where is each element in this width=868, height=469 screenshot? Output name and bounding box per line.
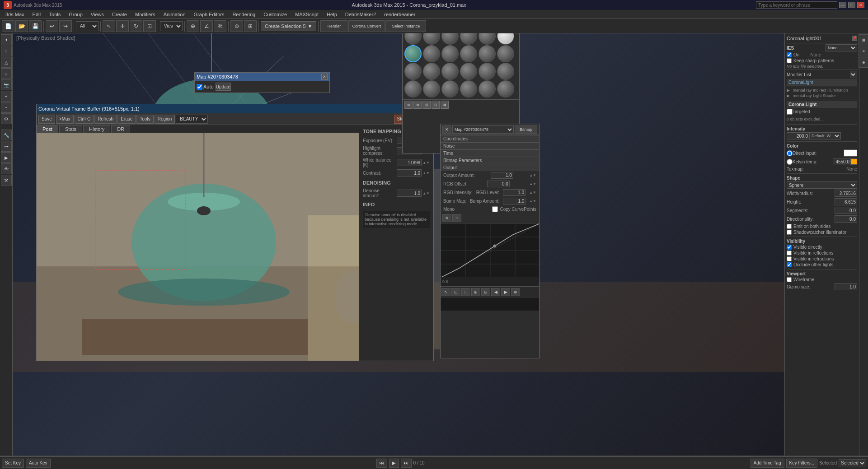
me-bt-3[interactable]: □ xyxy=(461,288,470,296)
status-prev-frame-btn[interactable]: ⏮ xyxy=(376,459,387,468)
map-auto-checkbox[interactable] xyxy=(197,84,202,90)
menu-modifiers[interactable]: Modifiers xyxy=(131,11,159,18)
me-copy-curve-checkbox[interactable] xyxy=(492,206,498,212)
cl-kelvin-input[interactable] xyxy=(833,158,851,165)
cl-modifier-dropdown-btn[interactable]: ▼ xyxy=(850,71,857,78)
cl-targeted-checkbox[interactable] xyxy=(787,109,793,115)
me-rgb-level-input[interactable] xyxy=(503,189,525,196)
map-panel-titlebar[interactable]: Map #2070303478 ✕ xyxy=(195,73,329,81)
menu-3dsmax[interactable]: 3ds Max xyxy=(2,11,28,18)
cl-intensity-input[interactable] xyxy=(787,132,809,139)
tool-camera[interactable]: 📷 xyxy=(1,79,12,90)
tool-create[interactable]: ✦ xyxy=(1,34,12,45)
mat-ball-14[interactable] xyxy=(423,63,440,80)
toolbar-align[interactable]: ⊞ xyxy=(244,20,257,32)
cl-shape-dropdown[interactable]: Sphere xyxy=(787,181,857,189)
map-panel-close[interactable]: ✕ xyxy=(321,74,328,80)
mat-ball-20[interactable] xyxy=(423,80,440,98)
me-rgb-offset-spinner[interactable]: ▲▼ xyxy=(529,182,536,186)
vfb-tab-stats[interactable]: Stats xyxy=(59,125,82,133)
menu-customize[interactable]: Customize xyxy=(260,11,291,18)
cl-height-input[interactable] xyxy=(835,198,857,205)
me-close-btn[interactable]: ✕ xyxy=(442,125,451,134)
vfb-tab-post[interactable]: Post xyxy=(37,125,58,133)
cl-visible-directly-checkbox[interactable] xyxy=(787,245,792,250)
tool-system[interactable]: ⚙ xyxy=(1,113,12,124)
vfb-tomax-btn[interactable]: >Max xyxy=(56,115,74,124)
toolbar-mirror[interactable]: ⊜ xyxy=(230,20,243,32)
menu-maxscript[interactable]: MAXScript xyxy=(291,11,322,18)
me-bump-amount-spinner[interactable]: ▲▼ xyxy=(529,199,536,203)
status-set-key-btn[interactable]: Set Key xyxy=(2,459,24,468)
menu-views[interactable]: Views xyxy=(87,11,108,18)
cl-keep-sharp-checkbox[interactable] xyxy=(787,58,792,63)
toolbar-save[interactable]: 💾 xyxy=(29,20,42,32)
me-bt-5[interactable]: ⊟ xyxy=(481,288,490,296)
tool-helper[interactable]: + xyxy=(1,91,12,102)
cl-corona-light-modifier[interactable]: CoronaLight xyxy=(787,79,857,86)
mat-ball-22[interactable] xyxy=(460,80,477,98)
mat-tool-3[interactable]: ⊞ xyxy=(422,101,431,109)
mat-ball-18[interactable] xyxy=(497,63,514,80)
me-output-amount-spinner[interactable]: ▲▼ xyxy=(529,173,536,177)
create-selection-button[interactable]: Create Selection 5 ▼ xyxy=(261,21,316,31)
cl-width-input[interactable] xyxy=(835,190,857,197)
tool-modify[interactable]: 🔧 xyxy=(1,130,12,140)
me-bt-8[interactable]: ⊕ xyxy=(511,288,520,296)
mat-ball-12[interactable] xyxy=(497,45,514,62)
status-play-btn[interactable]: ▶ xyxy=(389,459,399,468)
mat-tool-5[interactable]: ⊠ xyxy=(441,101,449,109)
me-curve-reset-btn[interactable]: ✕ xyxy=(442,214,451,222)
vfb-tab-dr[interactable]: DR xyxy=(111,125,130,133)
cl-on-checkbox[interactable] xyxy=(787,52,792,57)
toolbar-percent-snap[interactable]: % xyxy=(214,20,226,32)
vfb-refresh-btn[interactable]: Refresh xyxy=(94,115,117,124)
mat-ball-23[interactable] xyxy=(479,80,496,98)
maximize-button[interactable]: □ xyxy=(848,2,855,8)
me-bt-7[interactable]: ▶ xyxy=(501,288,510,296)
mat-ball-13[interactable] xyxy=(404,63,422,80)
vfb-tools-btn[interactable]: Tools xyxy=(136,115,153,124)
cl-shadowcatcher-checkbox[interactable] xyxy=(787,230,792,235)
me-output-amount-input[interactable] xyxy=(491,172,513,179)
menu-edit[interactable]: Edit xyxy=(29,11,45,18)
vfb-erase-btn[interactable]: Erase xyxy=(117,115,136,124)
mat-ball-17[interactable] xyxy=(479,63,496,80)
toolbar-render[interactable]: Render xyxy=(320,20,347,32)
toolbar-snaps[interactable]: ⊕ xyxy=(187,20,199,32)
mat-tool-1[interactable]: ⊕ xyxy=(404,101,413,109)
me-bt-1[interactable]: ↖ xyxy=(441,288,450,296)
mat-ball-21[interactable] xyxy=(441,80,459,98)
right-tool-1[interactable]: ▦ xyxy=(859,34,868,45)
mat-tool-2[interactable]: ⊗ xyxy=(413,101,422,109)
toolbar-undo[interactable]: ↩ xyxy=(46,20,58,32)
mat-ball-9[interactable] xyxy=(441,45,459,62)
cl-directionality-input[interactable] xyxy=(835,215,857,223)
menu-create[interactable]: Create xyxy=(108,11,131,18)
me-bt-6[interactable]: ◀ xyxy=(491,288,500,296)
me-bump-amount-input[interactable] xyxy=(503,198,525,204)
tool-hierarchy[interactable]: ⊶ xyxy=(1,141,12,152)
status-add-time-tag-btn[interactable]: Add Time Tag xyxy=(751,459,784,468)
vfb-save-btn[interactable]: Save xyxy=(38,115,55,124)
cl-default-w-dropdown[interactable]: Default: W xyxy=(809,132,841,139)
menu-rendering[interactable]: Rendering xyxy=(229,11,259,18)
cl-emit-both-checkbox[interactable] xyxy=(787,224,792,229)
tool-motion[interactable]: ▶ xyxy=(1,152,12,163)
cl-visible-refractions-checkbox[interactable] xyxy=(787,256,792,261)
tool-display[interactable]: 👁 xyxy=(1,163,12,174)
cl-visible-reflections-checkbox[interactable] xyxy=(787,251,792,255)
me-bt-2[interactable]: ⊡ xyxy=(451,288,460,296)
status-auto-key-btn[interactable]: Auto Key xyxy=(26,459,51,468)
map-update-button[interactable]: Update xyxy=(216,83,231,91)
mat-ball-7-selected[interactable] xyxy=(404,45,422,62)
status-selection-dropdown[interactable]: Selected xyxy=(839,459,866,467)
me-bt-4[interactable]: ⊞ xyxy=(471,288,480,296)
toolbar-open[interactable]: 📂 xyxy=(15,20,28,32)
vfb-contrast-input[interactable] xyxy=(397,169,422,176)
toolbar-scale[interactable]: ⊡ xyxy=(143,20,156,32)
toolbar-new[interactable]: 📄 xyxy=(2,20,14,32)
vfb-region-btn[interactable]: Region xyxy=(155,115,175,124)
menu-help[interactable]: Help xyxy=(323,11,341,18)
toolbar-rendersetup[interactable]: Corona Convert xyxy=(348,20,385,32)
